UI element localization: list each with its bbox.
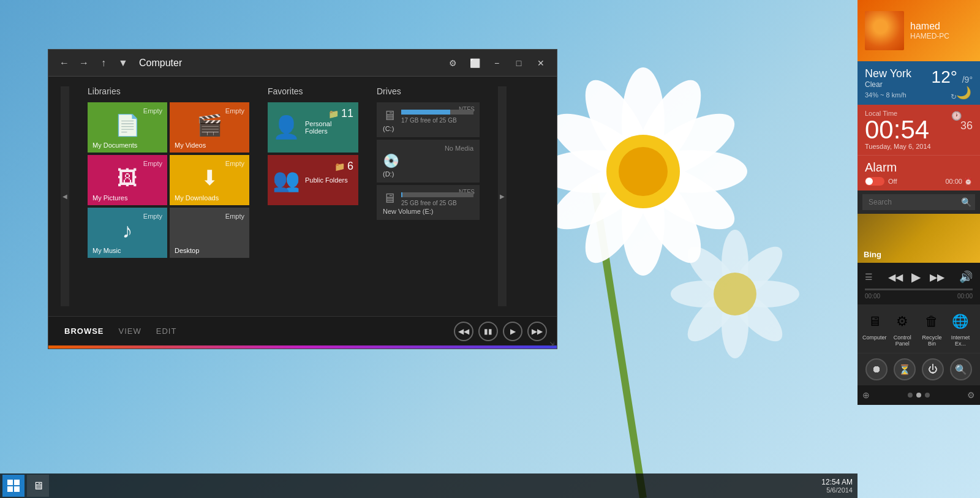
drive-c-label: (C:) (383, 125, 473, 132)
bing-tile[interactable]: Bing (858, 214, 980, 263)
taskbar-item-explorer[interactable]: 🖥 (27, 475, 49, 497)
drive-d-icon: 💿 (383, 153, 399, 169)
minimize-button[interactable]: − (488, 55, 505, 72)
player-prev-button[interactable]: ◀◀ (886, 268, 905, 286)
alarm-toggle[interactable] (865, 177, 884, 186)
windows-logo-icon (7, 480, 20, 492)
search-input[interactable] (862, 194, 975, 210)
view-button[interactable]: VIEW (115, 324, 145, 338)
weather-tile[interactable]: New York Clear 34% ~ 8 km/h 12° /9° 🌙 ↻ (858, 61, 980, 105)
pause-button[interactable]: ▮▮ (478, 322, 498, 341)
clock-tile[interactable]: Local Time 00:54 Tuesday, May 6, 2014 🕐 … (858, 105, 980, 155)
dot-1[interactable] (908, 393, 913, 398)
control-panel-icon-item[interactable]: ⚙ Control Panel (887, 311, 918, 347)
fav-public[interactable]: 👥 Public Folders 📁 6 (268, 155, 358, 205)
panel-nav-icon[interactable]: ⊕ (862, 390, 870, 400)
weather-refresh-button[interactable]: ↻ (951, 92, 957, 101)
play-button[interactable]: ▶ (503, 322, 522, 341)
clock-date: Tuesday, May 6, 2014 (865, 143, 973, 150)
fav-public-label: Public Folders (305, 176, 348, 184)
ie-icon-item[interactable]: 🌐 Internet Ex... (946, 311, 975, 347)
drive-c[interactable]: NTFS 🖥 17 GB free of 25 GB (C:) (377, 102, 480, 137)
dot-2[interactable] (916, 393, 921, 398)
tile-videos-empty: Empty (225, 107, 244, 115)
back-button[interactable]: ← (56, 55, 73, 72)
power-button[interactable]: ⏻ (922, 358, 944, 380)
tile-music-empty: Empty (143, 213, 162, 220)
fav-personal[interactable]: 👤 Personal Folders 📁 11 (268, 102, 358, 153)
settings-button[interactable]: ⚙ (444, 55, 461, 72)
drive-e[interactable]: NTFS 🖥 25 GB free of 25 GB New Volume (E… (377, 185, 480, 220)
scroll-left-button[interactable]: ◀ (61, 86, 69, 306)
forward-button[interactable]: → (75, 55, 92, 72)
panel-settings-icon[interactable]: ⚙ (967, 390, 975, 400)
record-button[interactable]: ⏺ (865, 358, 888, 380)
prev-track-button[interactable]: ◀◀ (454, 322, 473, 341)
public-count: 6 (347, 160, 353, 173)
alarm-row: Off 00:00 ⏰ (865, 177, 973, 186)
panel-dots: ⊕ ⚙ (858, 385, 980, 405)
drives-title: Drives (377, 86, 480, 96)
recent-button[interactable]: ▼ (115, 55, 132, 72)
drive-d-row: 💿 (383, 153, 473, 169)
recycle-bin-icon-item[interactable]: 🗑 Recycle Bin (918, 311, 946, 347)
media-progress-bar[interactable] (865, 289, 973, 290)
alarm-time: 00:00 ⏰ (945, 178, 973, 186)
public-folder-icon: 📁 (334, 162, 345, 172)
edit-button[interactable]: EDIT (153, 324, 181, 338)
up-button[interactable]: ↑ (95, 55, 112, 72)
drive-c-details: 17 GB free of 25 GB (401, 107, 473, 124)
drive-e-label: New Volume (E:) (383, 208, 473, 215)
user-pc: HAMED-PC (910, 32, 973, 40)
recycle-bin-icon: 🗑 (921, 311, 943, 333)
tile-documents-empty: Empty (143, 107, 162, 115)
tile-downloads-empty: Empty (225, 160, 244, 167)
tile-documents-label: My Documents (92, 141, 137, 149)
right-panel: hamed HAMED-PC New York Clear 34% ~ 8 km… (858, 0, 980, 498)
playlist-icon[interactable]: ☰ (865, 272, 873, 282)
alarm-tile[interactable]: Alarm Off 00:00 ⏰ (858, 155, 980, 191)
search-tile: 🔍 (858, 191, 980, 214)
restore-small-button[interactable]: ⬜ (466, 55, 483, 72)
dot-3[interactable] (925, 393, 930, 398)
drive-c-icon: 🖥 (383, 108, 396, 124)
computer-icon-item[interactable]: 🖥 Computer (862, 311, 887, 347)
computer-icon: 🖥 (864, 311, 886, 333)
next-track-button[interactable]: ▶▶ (527, 322, 547, 341)
fav-personal-info: Personal Folders (305, 120, 353, 135)
tile-music-label: My Music (92, 247, 121, 254)
close-button[interactable]: ✕ (532, 55, 549, 72)
search-icon[interactable]: 🔍 (961, 197, 971, 207)
loading-button[interactable]: ⏳ (894, 358, 916, 380)
weather-moon-icon: 🌙 (956, 85, 971, 100)
tile-documents[interactable]: Empty 📄 My Documents (88, 102, 167, 153)
drive-e-info: 25 GB free of 25 GB (401, 200, 473, 206)
downloads-icon: ⬇ (201, 165, 218, 190)
resize-handle[interactable]: ⇲ (547, 339, 557, 349)
tile-downloads[interactable]: Empty ⬇ My Downloads (170, 155, 249, 205)
alarm-toggle-knob (865, 178, 873, 185)
dots-container (908, 393, 930, 398)
scroll-right-button[interactable]: ▶ (498, 86, 507, 306)
start-button[interactable] (2, 475, 24, 497)
tile-pictures[interactable]: Empty 🖼 My Pictures (88, 155, 167, 205)
tile-desktop[interactable]: Empty Desktop (170, 208, 249, 258)
ie-icon-label: Internet Ex... (946, 334, 975, 347)
clock-time: 00:54 (865, 117, 929, 143)
drive-d[interactable]: No Media 💿 (D:) (377, 140, 480, 183)
search-panel-button[interactable]: 🔍 (950, 358, 972, 380)
titlebar: ← → ↑ ▼ Computer ⚙ ⬜ − □ ✕ (48, 50, 557, 77)
tile-videos[interactable]: Empty 🎬 My Videos (170, 102, 249, 153)
bing-label: Bing (864, 250, 881, 259)
drive-e-icon: 🖥 (383, 191, 396, 206)
maximize-button[interactable]: □ (510, 55, 527, 72)
volume-icon[interactable]: 🔊 (959, 270, 973, 284)
control-panel-icon-label: Control Panel (887, 334, 918, 347)
browse-button[interactable]: BROWSE (61, 324, 108, 338)
player-play-button[interactable]: ▶ (907, 268, 925, 286)
tile-music[interactable]: Empty ♪ My Music (88, 208, 167, 258)
drives-list: NTFS 🖥 17 GB free of 25 GB (C:) (377, 102, 480, 220)
player-next-button[interactable]: ▶▶ (928, 268, 946, 286)
user-tile[interactable]: hamed HAMED-PC (858, 0, 980, 61)
drive-e-fill (401, 192, 402, 197)
